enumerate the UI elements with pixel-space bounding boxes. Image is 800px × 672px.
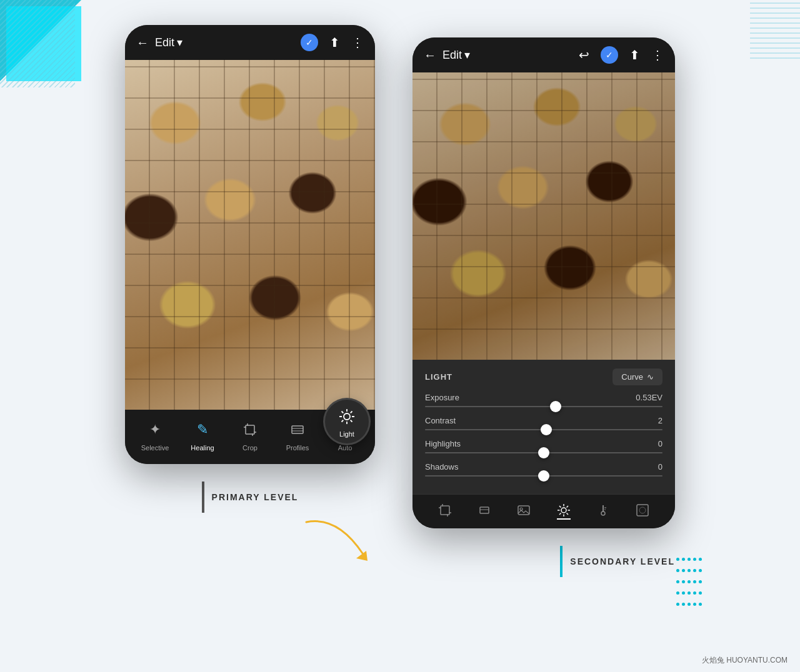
profiles-icon — [286, 418, 309, 441]
right-tab-photo[interactable] — [517, 503, 531, 520]
edit-text: Edit — [155, 36, 174, 49]
light-panel-header: LIGHT Curve ∿ — [425, 368, 662, 385]
exposure-slider-row: Exposure 0.53EV — [425, 393, 662, 407]
right-edit-label[interactable]: Edit ▾ — [442, 48, 470, 62]
selective-label: Selective — [141, 444, 169, 452]
crop-label: Crop — [242, 444, 258, 452]
highlights-thumb[interactable] — [538, 447, 549, 458]
curve-label: Curve — [621, 372, 643, 382]
left-phone: ← Edit ▾ ✓ ⬆ ⋮ — [125, 25, 375, 464]
right-share-icon[interactable]: ⬆ — [629, 47, 640, 62]
secondary-label-bar — [560, 546, 562, 577]
svg-rect-20 — [441, 506, 449, 515]
right-tab-layers[interactable] — [478, 503, 491, 520]
crop-icon-left — [239, 418, 261, 441]
svg-point-29 — [561, 508, 566, 513]
secondary-level-label: SECONDARY LEVEL — [560, 546, 675, 577]
svg-line-17 — [351, 412, 352, 413]
svg-rect-0 — [246, 425, 254, 434]
svg-point-43 — [639, 507, 646, 513]
tool-crop[interactable]: Crop — [231, 418, 269, 452]
left-topbar-right: ✓ ⬆ ⋮ — [301, 34, 364, 51]
left-back-icon[interactable]: ← — [136, 36, 149, 50]
highlights-slider-row: Highlights 0 — [425, 439, 662, 453]
left-edit-label[interactable]: Edit ▾ — [155, 36, 182, 49]
right-check-icon: ✓ — [606, 50, 613, 60]
right-back-icon[interactable]: ← — [424, 48, 436, 62]
left-check-button[interactable]: ✓ — [301, 34, 318, 51]
primary-level-label: PRIMARY LEVEL — [202, 482, 299, 513]
contrast-thumb[interactable] — [541, 424, 552, 435]
healing-label: Healing — [191, 444, 214, 452]
light-panel-title: LIGHT — [425, 372, 452, 382]
tool-profiles[interactable]: Profiles — [279, 418, 316, 452]
right-phone-wrapper: ← Edit ▾ ↩ ✓ ⬆ ⋮ — [412, 37, 675, 577]
exposure-value: 0.53EV — [636, 393, 662, 402]
exposure-track — [425, 406, 662, 407]
svg-line-37 — [559, 513, 561, 515]
exposure-thumb[interactable] — [550, 401, 561, 412]
right-check-button[interactable]: ✓ — [601, 46, 618, 64]
dropdown-icon: ▾ — [177, 36, 182, 49]
highlights-value: 0 — [658, 439, 662, 448]
selective-icon: ✦ — [144, 418, 166, 441]
svg-line-36 — [566, 506, 568, 508]
left-phone-wrapper: ← Edit ▾ ✓ ⬆ ⋮ — [125, 25, 375, 513]
contrast-value: 2 — [658, 416, 662, 425]
left-bottom-toolbar: ✦ Selective ✎ Healing — [125, 410, 375, 464]
svg-line-15 — [342, 412, 344, 413]
main-container: ← Edit ▾ ✓ ⬆ ⋮ — [25, 25, 775, 647]
secondary-label-text: SECONDARY LEVEL — [570, 556, 675, 566]
svg-line-18 — [342, 420, 344, 422]
svg-line-34 — [559, 506, 561, 508]
contrast-track — [425, 429, 662, 430]
curve-wave-icon: ∿ — [647, 372, 654, 382]
tool-selective[interactable]: ✦ Selective — [136, 418, 174, 452]
right-undo-icon[interactable]: ↩ — [579, 47, 589, 62]
highlights-label: Highlights — [425, 439, 461, 448]
right-edit-text: Edit — [442, 49, 462, 62]
exposure-label-row: Exposure 0.53EV — [425, 393, 662, 402]
check-icon: ✓ — [306, 37, 313, 47]
right-menu-icon[interactable]: ⋮ — [651, 47, 664, 62]
right-photo-area — [412, 72, 675, 360]
svg-rect-42 — [637, 505, 648, 516]
right-dropdown-icon: ▾ — [464, 48, 470, 62]
right-topbar: ← Edit ▾ ↩ ✓ ⬆ ⋮ — [412, 37, 675, 72]
left-cookie-grid — [125, 60, 375, 410]
svg-point-10 — [344, 413, 350, 420]
contrast-slider-row: Contrast 2 — [425, 416, 662, 430]
watermark: 火焰兔 HUOYANTU.COM — [702, 655, 788, 666]
right-topbar-right: ↩ ✓ ⬆ ⋮ — [579, 46, 664, 64]
shadows-track — [425, 475, 662, 477]
svg-line-16 — [351, 420, 352, 422]
right-tab-temperature[interactable] — [596, 503, 610, 520]
right-tab-light[interactable] — [557, 503, 571, 520]
right-cookie-grid — [412, 72, 675, 360]
curve-button[interactable]: Curve ∿ — [612, 368, 662, 385]
right-phone: ← Edit ▾ ↩ ✓ ⬆ ⋮ — [412, 37, 675, 528]
profiles-label: Profiles — [286, 444, 309, 452]
left-photo-area — [125, 60, 375, 410]
auto-label: Auto — [338, 444, 352, 452]
shadows-thumb[interactable] — [538, 470, 549, 482]
left-topbar-left: ← Edit ▾ — [136, 36, 182, 50]
transition-arrow — [300, 510, 375, 572]
light-panel: LIGHT Curve ∿ Exposure 0.53EV — [412, 360, 675, 494]
svg-line-35 — [566, 513, 568, 515]
right-tab-vignette[interactable] — [636, 503, 649, 520]
shadows-slider-row: Shadows 0 — [425, 462, 662, 477]
svg-rect-25 — [480, 507, 489, 513]
left-share-icon[interactable]: ⬆ — [329, 35, 340, 50]
highlights-track — [425, 452, 662, 453]
primary-label-text: PRIMARY LEVEL — [212, 492, 299, 502]
right-topbar-left: ← Edit ▾ — [424, 48, 470, 62]
right-tab-crop[interactable] — [438, 503, 452, 520]
svg-rect-5 — [292, 426, 303, 433]
left-menu-icon[interactable]: ⋮ — [351, 35, 364, 50]
shadows-value: 0 — [658, 462, 662, 472]
tool-healing[interactable]: ✎ Healing — [184, 418, 221, 452]
light-icon-fab — [336, 405, 358, 428]
svg-rect-27 — [518, 506, 529, 515]
tool-light-fab[interactable]: Light — [325, 400, 369, 443]
